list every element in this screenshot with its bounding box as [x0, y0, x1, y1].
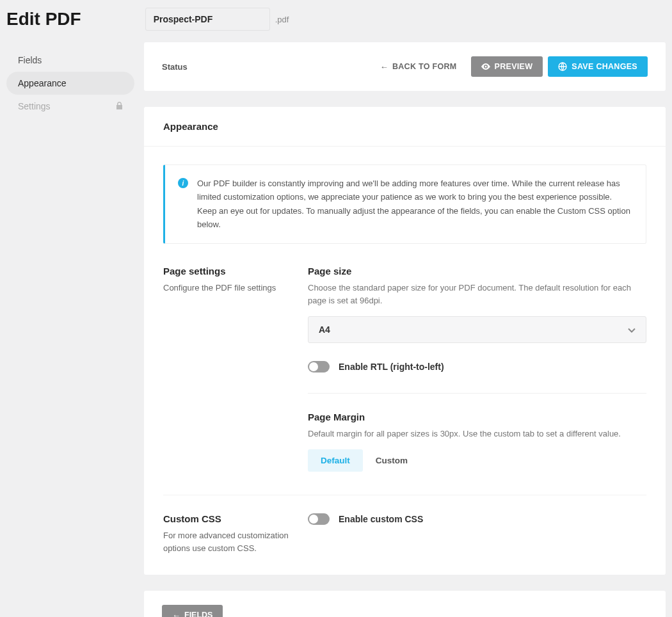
page-size-value: A4: [319, 325, 330, 335]
custom-css-toggle-label: Enable custom CSS: [339, 514, 423, 524]
sidebar-item-label: Appearance: [18, 78, 67, 88]
page-size-select[interactable]: A4: [308, 316, 646, 343]
rtl-toggle-label: Enable RTL (right-to-left): [339, 362, 444, 372]
page-title: Edit PDF: [6, 9, 81, 29]
arrow-left-icon: ←: [380, 63, 388, 71]
toggle-knob: [309, 362, 318, 371]
page-settings-desc: Configure the PDF file settings: [163, 282, 308, 294]
custom-css-desc: For more advanced customization options …: [163, 529, 308, 554]
page-margin-heading: Page Margin: [308, 412, 646, 422]
divider: [308, 393, 646, 394]
preview-label: PREVIEW: [495, 62, 533, 71]
save-changes-button[interactable]: SAVE CHANGES: [548, 56, 648, 77]
filename-extension: .pdf: [275, 15, 289, 24]
back-to-form-link[interactable]: ← BACK TO FORM: [380, 62, 457, 71]
appearance-title: Appearance: [163, 121, 646, 132]
save-changes-label: SAVE CHANGES: [572, 62, 637, 71]
page-settings-heading: Page settings: [163, 266, 308, 276]
info-text: Our PDF builder is constantly improving …: [197, 177, 633, 232]
page-margin-desc: Default margin for all paper sizes is 30…: [308, 428, 646, 440]
sidebar-item-fields[interactable]: Fields: [6, 49, 134, 72]
status-label: Status: [162, 62, 188, 72]
info-icon: i: [178, 178, 188, 188]
globe-icon: [558, 62, 567, 71]
arrow-left-icon: ←: [172, 611, 180, 617]
eye-icon: [481, 63, 490, 70]
toggle-knob: [309, 515, 318, 524]
page-size-desc: Choose the standard paper size for your …: [308, 282, 646, 307]
fields-button-label: FIELDS: [184, 611, 212, 617]
back-to-form-label: BACK TO FORM: [392, 62, 457, 71]
footer-card: ← FIELDS: [144, 591, 666, 617]
fields-button[interactable]: ← FIELDS: [162, 605, 223, 617]
chevron-down-icon: [628, 325, 636, 335]
rtl-toggle[interactable]: [308, 361, 330, 373]
sidebar-item-label: Fields: [18, 55, 42, 65]
margin-tab-default[interactable]: Default: [308, 449, 363, 472]
preview-button[interactable]: PREVIEW: [471, 56, 543, 77]
filename-input[interactable]: [145, 8, 270, 31]
sidebar: Fields Appearance Settings: [6, 42, 134, 617]
page-size-heading: Page size: [308, 266, 646, 276]
info-box: i Our PDF builder is constantly improvin…: [163, 164, 646, 244]
custom-css-toggle[interactable]: [308, 513, 330, 525]
lock-icon: [116, 102, 123, 111]
margin-tab-custom[interactable]: Custom: [363, 449, 420, 472]
custom-css-heading: Custom CSS: [163, 513, 308, 524]
status-bar: Status ← BACK TO FORM PREVIEW SAVE CHA: [144, 42, 666, 91]
sidebar-item-label: Settings: [18, 101, 51, 111]
sidebar-item-appearance[interactable]: Appearance: [6, 72, 134, 95]
appearance-card: Appearance i Our PDF builder is constant…: [144, 107, 666, 575]
sidebar-item-settings[interactable]: Settings: [6, 95, 134, 118]
margin-tab-group: Default Custom: [308, 449, 646, 472]
